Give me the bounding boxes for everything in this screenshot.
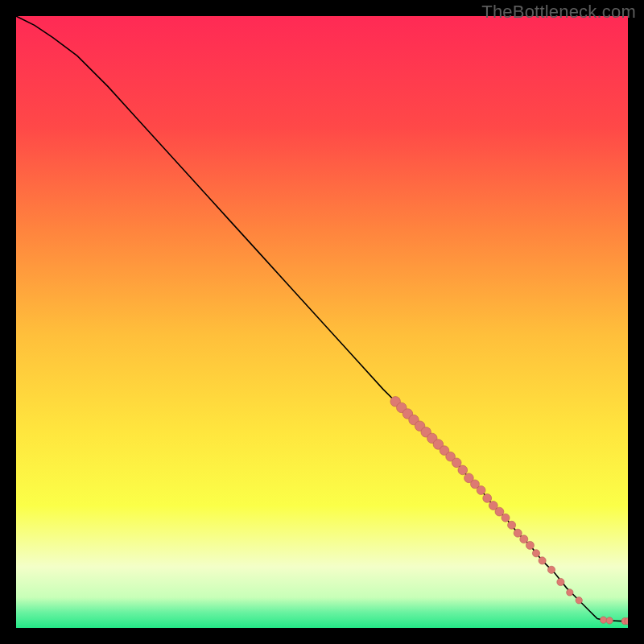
data-marker bbox=[477, 486, 485, 495]
data-marker bbox=[483, 493, 492, 502]
chart-plot bbox=[16, 16, 628, 628]
chart-svg bbox=[16, 16, 628, 628]
data-marker bbox=[600, 617, 606, 623]
data-marker bbox=[547, 566, 555, 573]
data-marker bbox=[567, 589, 573, 596]
data-marker bbox=[576, 597, 582, 604]
data-marker bbox=[514, 529, 522, 537]
data-marker bbox=[495, 507, 504, 516]
data-marker bbox=[520, 535, 528, 543]
data-marker bbox=[532, 550, 539, 557]
data-marker bbox=[606, 617, 613, 624]
data-marker bbox=[508, 521, 516, 529]
data-marker bbox=[539, 557, 546, 564]
data-marker bbox=[458, 465, 468, 475]
data-marker bbox=[526, 541, 534, 549]
data-marker bbox=[557, 578, 564, 585]
data-marker bbox=[502, 514, 510, 522]
watermark-label: TheBottleneck.com bbox=[481, 2, 636, 23]
chart-stage: TheBottleneck.com bbox=[0, 0, 644, 644]
